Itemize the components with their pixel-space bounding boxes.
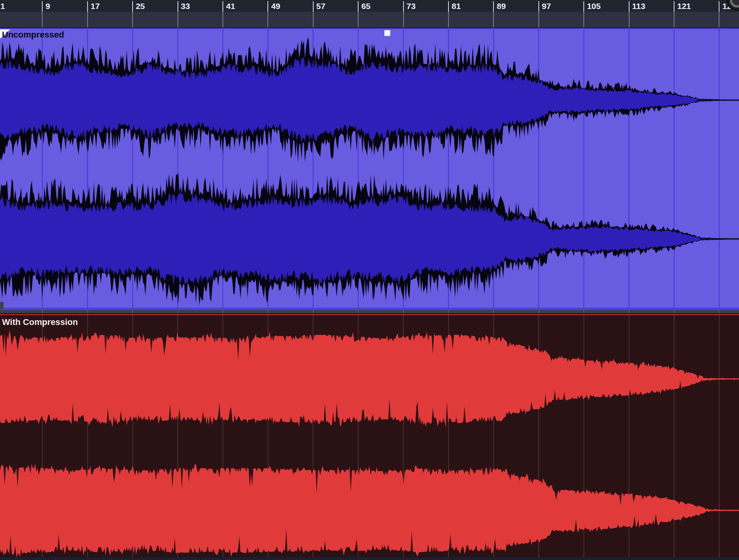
beat-tick bbox=[719, 12, 719, 27]
ruler-beat-row[interactable] bbox=[0, 12, 739, 27]
bar-number-label: 73 bbox=[407, 1, 416, 11]
beat-tick bbox=[448, 12, 449, 27]
bar-tick bbox=[222, 1, 223, 12]
beat-tick bbox=[629, 12, 630, 27]
beat-tick bbox=[178, 12, 178, 27]
bar-tick bbox=[538, 1, 539, 12]
timeline-ruler[interactable]: 191725334149576573818997105113121129 bbox=[0, 0, 739, 28]
clip-top-border bbox=[0, 314, 739, 315]
bar-number-label: 113 bbox=[632, 1, 646, 11]
separator-tick bbox=[719, 310, 719, 313]
bar-tick bbox=[403, 1, 404, 12]
ruler-bar-number-row[interactable]: 191725334149576573818997105113121129 bbox=[0, 0, 739, 12]
beat-tick bbox=[493, 12, 494, 27]
separator-tick bbox=[132, 310, 133, 313]
beat-tick bbox=[583, 12, 584, 27]
bar-tick bbox=[178, 1, 178, 12]
bar-number-label: 97 bbox=[542, 1, 551, 11]
clip-uncompressed[interactable]: Uncompressed bbox=[0, 28, 739, 310]
track-separator bbox=[0, 310, 739, 313]
separator-tick bbox=[674, 310, 674, 313]
beat-tick bbox=[87, 12, 88, 27]
bar-tick bbox=[629, 1, 630, 12]
beat-tick bbox=[674, 12, 674, 27]
beat-tick bbox=[132, 12, 133, 27]
clip-with-compression[interactable]: With Compression bbox=[0, 313, 739, 557]
waveform-uncompressed bbox=[0, 28, 739, 310]
bar-tick bbox=[132, 1, 133, 12]
bar-number-label: 41 bbox=[226, 1, 235, 11]
bar-tick bbox=[267, 1, 268, 12]
clip-resize-handle[interactable] bbox=[0, 302, 4, 309]
bar-number-label: 105 bbox=[587, 1, 601, 11]
snap-point-marker[interactable] bbox=[384, 30, 390, 36]
bar-number-label: 25 bbox=[136, 1, 145, 11]
beat-tick bbox=[42, 12, 43, 27]
separator-tick bbox=[583, 310, 584, 313]
beat-tick bbox=[222, 12, 223, 27]
separator-tick bbox=[313, 310, 314, 313]
separator-tick bbox=[403, 310, 404, 313]
bar-tick bbox=[358, 1, 359, 12]
separator-tick bbox=[493, 310, 494, 313]
bar-number-label: 89 bbox=[497, 1, 506, 11]
separator-tick bbox=[448, 310, 449, 313]
daw-arrange-view: 191725334149576573818997105113121129 Unc… bbox=[0, 0, 739, 560]
separator-tick bbox=[358, 310, 359, 313]
bar-number-label: 33 bbox=[181, 1, 190, 11]
bar-number-label: 17 bbox=[91, 1, 100, 11]
clip-top-border bbox=[0, 28, 739, 29]
bar-number-label: 65 bbox=[361, 1, 370, 11]
bar-number-label: 81 bbox=[452, 1, 461, 11]
clip-name-label: Uncompressed bbox=[2, 30, 64, 40]
beat-tick bbox=[403, 12, 404, 27]
bar-number-label: 57 bbox=[316, 1, 325, 11]
bar-tick bbox=[313, 1, 314, 12]
separator-tick bbox=[42, 310, 43, 313]
bar-number-label: 49 bbox=[271, 1, 280, 11]
bar-number-label: 121 bbox=[677, 1, 691, 11]
beat-tick bbox=[538, 12, 539, 27]
bar-tick bbox=[583, 1, 584, 12]
bar-tick bbox=[674, 1, 674, 12]
bar-tick bbox=[719, 1, 719, 12]
beat-tick bbox=[267, 12, 268, 27]
waveform-compressed bbox=[0, 313, 739, 557]
separator-tick bbox=[178, 310, 178, 313]
separator-tick bbox=[87, 310, 88, 313]
lane-background-strip bbox=[0, 557, 739, 560]
beat-tick bbox=[313, 12, 314, 27]
clip-name-label: With Compression bbox=[2, 317, 78, 327]
separator-tick bbox=[629, 310, 630, 313]
separator-tick bbox=[267, 310, 268, 313]
bar-number-label: 9 bbox=[45, 1, 50, 11]
bar-tick bbox=[42, 1, 43, 12]
bar-tick bbox=[87, 1, 88, 12]
bar-tick bbox=[493, 1, 494, 12]
separator-tick bbox=[538, 310, 539, 313]
beat-tick bbox=[358, 12, 359, 27]
separator-tick bbox=[222, 310, 223, 313]
bar-number-label: 1 bbox=[0, 1, 5, 11]
bar-tick bbox=[448, 1, 449, 12]
